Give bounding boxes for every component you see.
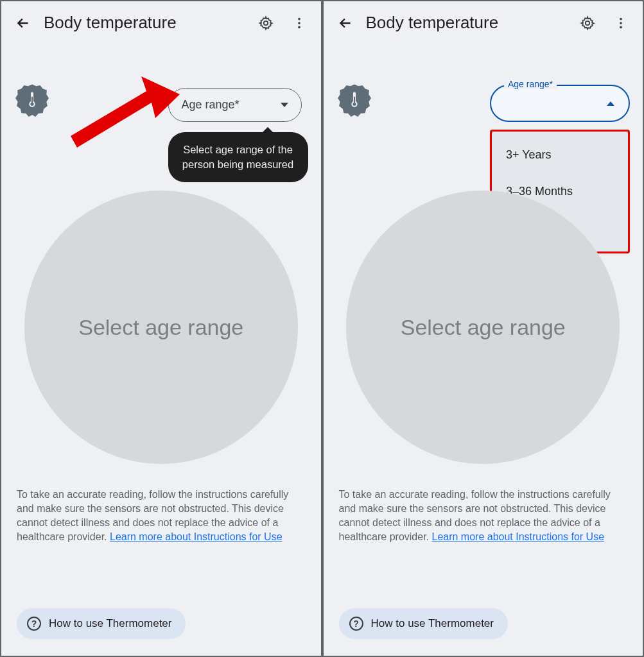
- dropdown-label: Age range*: [182, 98, 281, 112]
- svg-marker-8: [71, 76, 180, 148]
- dropdown-floating-label: Age range*: [504, 79, 557, 89]
- back-button[interactable]: [336, 14, 354, 32]
- thermometer-badge: [338, 83, 371, 117]
- thermometer-badge-icon: [15, 83, 49, 117]
- svg-point-9: [586, 21, 589, 24]
- pane-closed: Body temperature Age range*: [0, 0, 322, 657]
- svg-point-1: [298, 17, 300, 20]
- arrow-back-icon: [337, 15, 354, 31]
- age-range-dropdown[interactable]: Age range*: [490, 85, 630, 122]
- arrow-back-icon: [15, 15, 31, 31]
- measurement-placeholder-circle: Select age range: [346, 191, 620, 464]
- settings-button[interactable]: [257, 14, 275, 32]
- svg-point-11: [620, 22, 622, 24]
- disclaimer-text: To take an accurate reading, follow the …: [339, 488, 628, 544]
- svg-point-2: [298, 22, 300, 24]
- help-chip[interactable]: ? How to use Thermometer: [339, 608, 508, 639]
- help-chip-label: How to use Thermometer: [49, 617, 171, 630]
- age-range-tooltip: Select age range of the person being mea…: [168, 132, 308, 182]
- disclaimer-text: To take an accurate reading, follow the …: [17, 488, 306, 544]
- instructions-link[interactable]: Learn more about Instructions for Use: [431, 531, 604, 542]
- svg-point-0: [263, 21, 267, 24]
- option-3plus-years[interactable]: 3+ Years: [492, 137, 628, 173]
- svg-point-12: [620, 26, 622, 28]
- help-chip-label: How to use Thermometer: [371, 617, 494, 630]
- instructions-link[interactable]: Learn more about Instructions for Use: [110, 531, 283, 542]
- help-chip[interactable]: ? How to use Thermometer: [17, 608, 186, 639]
- placeholder-text: Select age range: [78, 315, 243, 340]
- more-button[interactable]: [612, 14, 630, 32]
- thermometer-badge: [15, 83, 49, 117]
- settings-button[interactable]: [579, 14, 596, 32]
- pane-open: Body temperature Age range* 3+ Years: [322, 0, 645, 657]
- thermometer-badge-icon: [338, 83, 371, 117]
- header: Body temperature: [1, 1, 321, 44]
- more-vert-icon: [614, 16, 628, 30]
- more-vert-icon: [292, 16, 306, 30]
- age-range-dropdown[interactable]: Age range*: [168, 88, 302, 122]
- help-icon: ?: [349, 617, 363, 631]
- header: Body temperature: [324, 1, 643, 44]
- svg-rect-16: [353, 97, 354, 103]
- tooltip-text: Select age range of the person being mea…: [182, 144, 293, 170]
- gear-icon: [258, 15, 274, 31]
- more-button[interactable]: [290, 14, 308, 32]
- chevron-up-icon: [607, 101, 614, 106]
- back-button[interactable]: [14, 14, 32, 32]
- gear-icon: [580, 15, 595, 31]
- page-title: Body temperature: [44, 13, 245, 33]
- tutorial-arrow-icon: [71, 75, 180, 158]
- chevron-down-icon: [281, 103, 288, 107]
- page-title: Body temperature: [366, 13, 568, 33]
- svg-rect-7: [31, 97, 33, 103]
- svg-point-3: [298, 26, 300, 28]
- placeholder-text: Select age range: [401, 315, 566, 340]
- measurement-placeholder-circle: Select age range: [24, 191, 298, 464]
- svg-point-10: [620, 17, 622, 20]
- help-icon: ?: [27, 617, 41, 631]
